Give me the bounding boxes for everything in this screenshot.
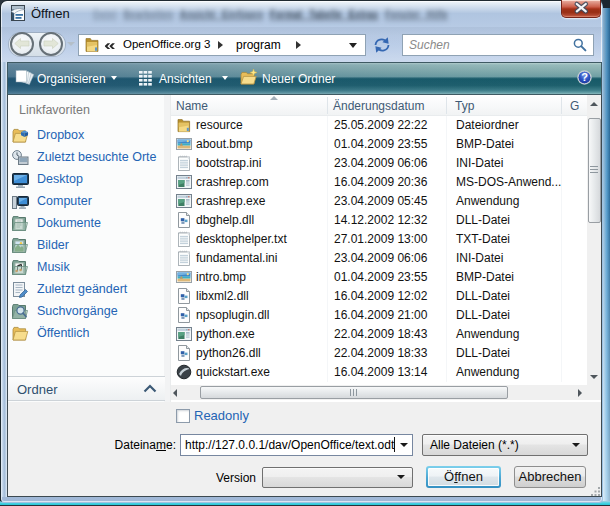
svg-text:?: ? bbox=[581, 71, 588, 83]
